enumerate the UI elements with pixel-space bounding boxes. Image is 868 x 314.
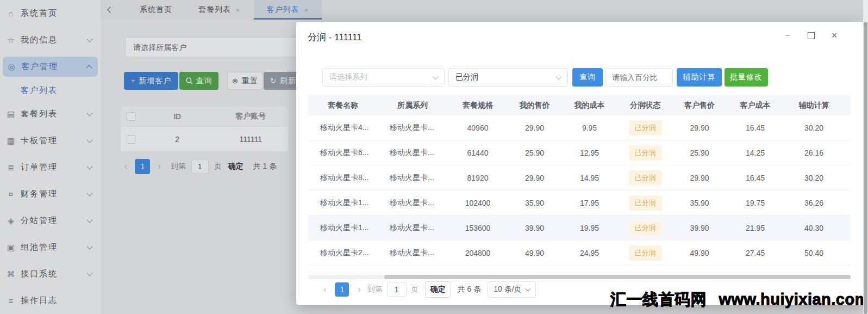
page-number-current[interactable]: 1 [335, 282, 349, 297]
cell: 29.90 [508, 124, 561, 132]
cell: 24.95 [561, 249, 618, 257]
cell: 9.95 [561, 124, 618, 132]
table-row[interactable]: 移动火星卡8...移动火星卡...8192029.9014.95已分润29.90… [308, 165, 851, 190]
close-icon[interactable]: × [830, 31, 839, 40]
cell: 35.90 [508, 199, 561, 207]
cell-status: 已分润 [618, 120, 672, 136]
column-header: 所属系列 [378, 101, 447, 110]
next-page-icon[interactable]: › [355, 285, 363, 294]
page-size-select[interactable]: 10 条/页 [488, 281, 535, 298]
page-size-value: 10 条/页 [494, 285, 521, 294]
watermark: 汇一线首码网 www.huiyixian.com [610, 289, 868, 311]
table-row[interactable]: 移动火星卡1...移动火星卡...15360039.9019.95已分润39.9… [308, 216, 851, 241]
cell: 移动火星卡1... [308, 198, 378, 208]
cell: 102400 [447, 199, 508, 207]
cell: 26.16 [784, 149, 844, 157]
cell: 30.20 [784, 174, 844, 182]
maximize-icon[interactable] [807, 31, 815, 40]
cell: 17.95 [561, 199, 618, 207]
column-header: 我的成本 [561, 101, 618, 110]
cell: 移动火星卡4... [308, 123, 378, 133]
goto-page-input[interactable] [387, 282, 407, 297]
vertical-scrollbar-thumb[interactable] [864, 22, 867, 314]
cell: 19.95 [561, 224, 618, 232]
window-controls: − × [783, 30, 839, 41]
cell: 移动火星卡... [378, 123, 447, 133]
goto-label: 到第 [367, 285, 383, 294]
cell: 81920 [447, 174, 508, 182]
column-header: 客户售价 [672, 101, 727, 110]
column-header: 分润状态 [618, 101, 672, 110]
status-badge: 已分润 [629, 220, 662, 236]
table-row[interactable]: 移动火星卡1...移动火星卡...10240035.9017.95已分润35.9… [308, 190, 851, 216]
cell-status: 已分润 [618, 145, 672, 161]
horizontal-scrollbar-thumb[interactable] [384, 275, 851, 279]
cell: 61440 [447, 149, 508, 157]
cell: 16.45 [727, 174, 784, 182]
assist-calc-button[interactable]: 辅助计算 [677, 68, 722, 87]
vertical-scrollbar [863, 0, 868, 314]
page: ⌂ 系统首页 ☆ 我的信息 ◎ 客户管理 客户列表 ▤ 套餐列表 ▦ 卡板管理 … [0, 0, 868, 314]
cell-status: 已分润 [618, 245, 672, 261]
horizontal-scrollbar [308, 275, 851, 279]
cell: 204800 [447, 249, 508, 257]
cell-status: 已分润 [618, 195, 672, 211]
cell: 移动火星卡... [378, 248, 447, 258]
cell: 移动火星卡... [378, 173, 447, 183]
cell: 49.90 [508, 249, 561, 257]
batch-edit-button[interactable]: 批量修改 [725, 68, 768, 87]
cell-status: 已分润 [618, 220, 672, 236]
cell: 25.90 [508, 149, 561, 157]
profit-share-dialog: 分润 - 111111 − × 请选择系列 已分润 查询 辅助计算 批量修改 套… [296, 22, 864, 305]
cell: 移动火星卡... [378, 148, 447, 158]
series-select-placeholder: 请选择系列 [329, 72, 367, 82]
clipped-row [308, 266, 851, 273]
cell: 50.40 [784, 249, 844, 257]
status-badge: 已分润 [629, 245, 662, 261]
cell: 40960 [447, 124, 508, 132]
cell: 35.90 [672, 199, 727, 207]
cell: 39.90 [508, 224, 561, 232]
status-select-value: 已分润 [455, 72, 478, 82]
cell: 16.45 [727, 124, 784, 132]
cell: 移动火星卡6... [308, 148, 378, 158]
table-row[interactable]: 移动火星卡6...移动火星卡...6144025.9012.95已分润25.90… [308, 140, 851, 165]
cell: 36.26 [784, 199, 844, 207]
column-header: 套餐名称 [308, 101, 378, 110]
cell: 40.30 [784, 224, 844, 232]
column-header: 套餐规格 [447, 101, 508, 110]
cell: 30.20 [784, 124, 844, 132]
page-label: 页 [411, 285, 419, 294]
prev-page-icon[interactable]: ‹ [321, 285, 328, 294]
total-count: 共 6 条 [458, 285, 482, 294]
cell: 移动火星卡... [378, 198, 447, 208]
dialog-pagination: ‹ 1 › 到第 页 确定 共 6 条 10 条/页 [321, 282, 536, 297]
cell: 移动火星卡2... [308, 248, 378, 258]
cell-status: 已分润 [618, 170, 672, 186]
profit-table: 套餐名称所属系列套餐规格我的售价我的成本分润状态客户售价客户成本辅助计算 移动火… [308, 95, 851, 273]
cell: 29.90 [672, 174, 727, 182]
cell: 29.90 [508, 174, 561, 182]
table-row[interactable]: 移动火星卡4...移动火星卡...4096029.909.95已分润29.901… [308, 115, 851, 140]
query-button[interactable]: 查询 [572, 68, 603, 87]
percent-input[interactable] [605, 68, 673, 87]
profit-table-header: 套餐名称所属系列套餐规格我的售价我的成本分润状态客户售价客户成本辅助计算 [308, 95, 851, 115]
cell: 39.90 [672, 224, 727, 232]
column-header: 辅助计算 [784, 101, 844, 110]
goto-confirm-button[interactable]: 确定 [425, 281, 451, 298]
cell: 153600 [447, 224, 508, 232]
status-badge: 已分润 [629, 120, 662, 136]
status-select[interactable]: 已分润 [448, 68, 568, 87]
minimize-icon[interactable]: − [783, 31, 792, 40]
cell: 27.45 [727, 249, 784, 257]
cell: 14.25 [727, 149, 784, 157]
status-badge: 已分润 [629, 195, 662, 211]
table-row[interactable]: 移动火星卡2...移动火星卡...20480049.9024.95已分润49.9… [308, 241, 851, 266]
chevron-down-icon [555, 73, 561, 79]
series-select[interactable]: 请选择系列 [322, 68, 445, 87]
cell: 14.95 [561, 174, 618, 182]
cell: 12.95 [561, 149, 618, 157]
cell: 移动火星卡1... [308, 223, 378, 233]
cell: 19.75 [727, 199, 784, 207]
cell: 21.95 [727, 224, 784, 232]
